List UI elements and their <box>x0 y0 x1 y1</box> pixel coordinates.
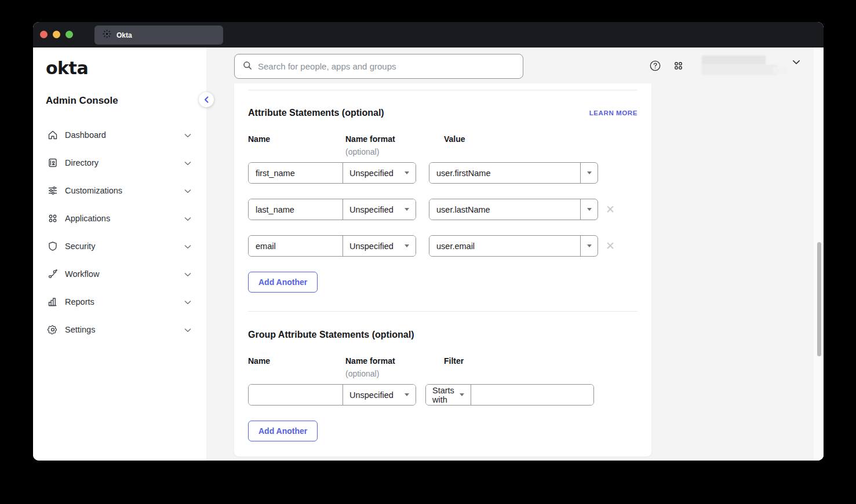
remove-row-button[interactable]: ✕ <box>606 204 615 215</box>
sidebar-item-reports[interactable]: Reports <box>46 288 206 316</box>
chevron-down-icon <box>184 185 191 196</box>
chevron-down-icon <box>184 158 191 168</box>
apps-grid-icon <box>673 60 684 71</box>
attribute-name-input[interactable] <box>249 163 343 183</box>
global-search[interactable] <box>234 54 523 79</box>
caret-down-icon <box>587 171 592 174</box>
name-format-select[interactable]: Unspecified <box>343 163 416 183</box>
caret-down-icon <box>587 208 592 211</box>
sidebar-item-dashboard[interactable]: Dashboard <box>46 121 206 149</box>
attribute-row: Unspecified ✕ <box>248 199 638 220</box>
sidebar: okta Admin Console Dashboard <box>33 48 206 461</box>
scrollbar-thumb[interactable] <box>817 242 821 356</box>
sidebar-item-workflow[interactable]: Workflow <box>46 260 206 288</box>
top-header <box>206 48 824 83</box>
name-format-select[interactable]: Unspecified <box>343 236 416 256</box>
attribute-name-input[interactable] <box>249 199 343 220</box>
user-account-menu[interactable] <box>702 54 789 76</box>
apps-grid-icon <box>48 213 58 224</box>
caret-down-icon <box>405 171 409 174</box>
chevron-down-icon <box>184 324 191 335</box>
group-name-input[interactable] <box>249 385 343 405</box>
main-area: Attribute Statements (optional) LEARN MO… <box>206 48 824 461</box>
section-divider <box>248 311 638 312</box>
group-attribute-row: Unspecified Starts with <box>248 384 638 406</box>
browser-tab[interactable]: Okta <box>94 25 223 45</box>
close-window-button[interactable] <box>40 31 48 38</box>
zoom-window-button[interactable] <box>65 31 73 38</box>
value-dropdown-button[interactable] <box>580 163 598 183</box>
column-header-name-format: Name format <box>345 134 395 144</box>
column-header-name: Name <box>248 356 270 366</box>
sidebar-item-settings[interactable]: Settings <box>46 316 206 344</box>
home-icon <box>48 130 58 140</box>
attribute-statements-title: Attribute Statements (optional) <box>248 108 384 118</box>
value-dropdown-button[interactable] <box>580 199 598 220</box>
caret-down-icon <box>587 244 592 247</box>
learn-more-link[interactable]: LEARN MORE <box>589 109 638 116</box>
sidebar-collapse-button[interactable] <box>199 92 214 107</box>
group-column-headers: Name Name format (optional) Filter <box>248 356 638 378</box>
value-dropdown-button[interactable] <box>580 236 598 256</box>
caret-down-icon <box>405 208 409 211</box>
chevron-down-icon <box>792 57 800 67</box>
redacted-user-org-tail <box>773 67 786 74</box>
column-header-name: Name <box>248 134 270 144</box>
help-icon <box>650 60 661 71</box>
attribute-row: Unspecified ✕ <box>248 235 638 257</box>
name-format-select[interactable]: Unspecified <box>343 199 416 220</box>
chevron-left-icon <box>204 96 209 103</box>
caret-down-icon <box>460 393 464 396</box>
tab-title: Okta <box>116 31 132 39</box>
browser-window: Okta okta Admin Console Dashboard <box>33 22 824 461</box>
attribute-value-input[interactable] <box>429 236 580 256</box>
bar-chart-icon <box>48 297 58 307</box>
chevron-down-icon <box>184 269 191 279</box>
admin-console-title: Admin Console <box>46 95 206 107</box>
sidebar-item-directory[interactable]: Directory <box>46 149 206 177</box>
add-group-attribute-button[interactable]: Add Another <box>248 421 318 441</box>
search-input[interactable] <box>258 61 515 71</box>
attribute-column-headers: Name Name format (optional) Value <box>248 134 638 156</box>
minimize-window-button[interactable] <box>53 31 60 38</box>
attribute-row: Unspecified <box>248 162 638 184</box>
okta-favicon-icon <box>103 30 111 41</box>
attribute-name-input[interactable] <box>249 236 343 256</box>
sidebar-item-applications[interactable]: Applications <box>46 204 206 232</box>
traffic-lights <box>40 31 73 38</box>
redacted-user-name <box>702 56 766 65</box>
caret-down-icon <box>405 244 409 247</box>
filter-type-select[interactable]: Starts with <box>426 385 471 405</box>
attribute-value-input[interactable] <box>429 199 580 220</box>
search-icon <box>243 61 252 72</box>
chevron-down-icon <box>184 213 191 224</box>
id-card-icon <box>48 158 58 168</box>
column-header-filter: Filter <box>444 356 464 366</box>
section-divider <box>248 90 638 90</box>
column-header-optional-note: (optional) <box>345 369 444 378</box>
add-attribute-button[interactable]: Add Another <box>248 272 318 293</box>
name-format-select[interactable]: Unspecified <box>343 385 416 405</box>
chevron-down-icon <box>184 130 191 140</box>
help-button[interactable] <box>649 59 661 72</box>
attribute-value-input[interactable] <box>429 163 580 183</box>
filter-value-input[interactable] <box>471 385 593 405</box>
sliders-icon <box>48 185 58 196</box>
screen: Okta okta Admin Console Dashboard <box>0 0 856 504</box>
saml-settings-card: Attribute Statements (optional) LEARN MO… <box>234 83 651 456</box>
okta-logo: okta <box>46 60 206 77</box>
chevron-down-icon <box>184 241 191 251</box>
group-attribute-statements-title: Group Attribute Statements (optional) <box>248 330 414 340</box>
sidebar-nav: Dashboard Directory <box>46 121 206 344</box>
gear-icon <box>48 324 58 335</box>
shield-icon <box>48 241 58 251</box>
workflow-icon <box>48 269 58 279</box>
sidebar-item-customizations[interactable]: Customizations <box>46 177 206 204</box>
column-header-name-format: Name format <box>345 356 395 366</box>
caret-down-icon <box>405 393 409 396</box>
remove-row-button[interactable]: ✕ <box>606 240 615 251</box>
sidebar-item-security[interactable]: Security <box>46 232 206 260</box>
redacted-user-org <box>702 65 777 75</box>
browser-chrome: Okta <box>33 22 824 48</box>
apps-launcher-button[interactable] <box>672 59 684 72</box>
